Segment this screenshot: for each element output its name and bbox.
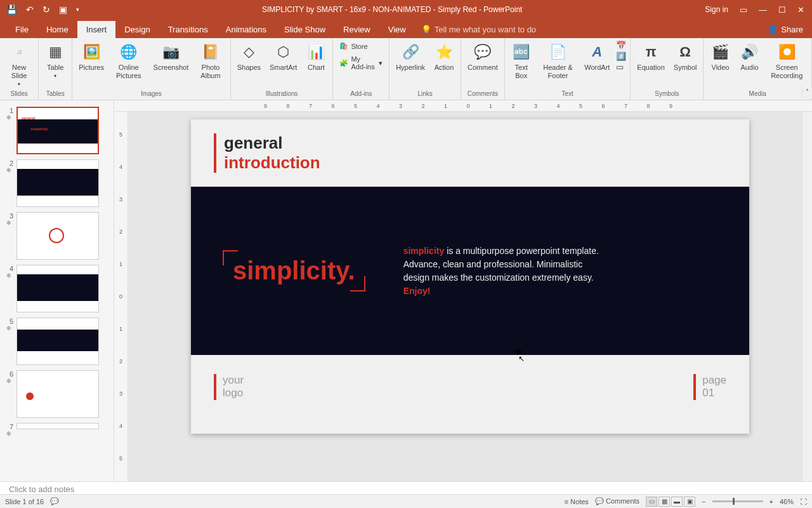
slide-description[interactable]: simplicity is a multipurpose powerpoint … xyxy=(403,244,600,298)
new-slide-icon: ▫️ xyxy=(9,42,29,62)
group-tables: Tables xyxy=(46,89,65,98)
zoom-in-icon[interactable]: + xyxy=(769,498,773,505)
action-button[interactable]: ⭐Action xyxy=(431,41,457,73)
slide-thumbnail-6[interactable] xyxy=(16,370,99,418)
group-addins: Add-ins xyxy=(350,89,372,98)
slide-thumbnail-3[interactable] xyxy=(16,212,99,260)
tab-design[interactable]: Design xyxy=(115,21,159,38)
brand-text[interactable]: simplicity. xyxy=(233,257,355,285)
date-time-icon[interactable]: 📅 xyxy=(616,41,626,50)
my-addins-button[interactable]: 🧩My Add-ins ▾ xyxy=(337,54,385,72)
video-button[interactable]: 🎬Video xyxy=(707,41,733,73)
slide-thumbnail-1[interactable]: general simplicity. xyxy=(16,107,99,154)
footer-page[interactable]: page01 xyxy=(693,374,726,400)
online-pictures-icon: 🌐 xyxy=(119,42,139,62)
normal-view-icon[interactable]: ▭ xyxy=(646,497,657,507)
new-slide-button[interactable]: ▫️New Slide▾ xyxy=(4,41,34,89)
comments-toggle[interactable]: 💬 Comments xyxy=(595,497,639,505)
screen-recording-button[interactable]: ⏺️Screen Recording xyxy=(766,41,808,81)
tell-me-search[interactable]: 💡Tell me what you want to do xyxy=(415,21,542,38)
slide-counter[interactable]: Slide 1 of 16 xyxy=(5,498,44,505)
slideshow-view-icon[interactable]: ▣ xyxy=(684,497,695,507)
slide-canvas-area[interactable]: general introduction simplicity. simplic… xyxy=(128,112,812,481)
table-icon: ▦ xyxy=(45,42,65,62)
spellcheck-icon[interactable]: 💬 xyxy=(50,497,59,505)
group-text: Text xyxy=(561,89,573,98)
maximize-icon[interactable]: ☐ xyxy=(778,5,786,15)
slide-thumbnail-2[interactable] xyxy=(16,159,99,207)
vertical-scrollbar[interactable] xyxy=(802,112,812,481)
wordart-icon: A xyxy=(587,42,607,62)
chart-button[interactable]: 📊Chart xyxy=(303,41,329,73)
shapes-icon: ◇ xyxy=(239,42,259,62)
slide-title-line1[interactable]: general xyxy=(224,133,726,153)
slide-thumbnail-7[interactable] xyxy=(16,423,99,429)
header-footer-button[interactable]: 📄Header & Footer xyxy=(538,41,579,81)
smartart-button[interactable]: ⬡SmartArt xyxy=(267,41,299,73)
save-icon[interactable]: 💾 xyxy=(6,4,17,15)
pictures-icon: 🖼️ xyxy=(81,42,102,62)
store-button[interactable]: 🛍️Store xyxy=(337,41,385,51)
equation-button[interactable]: πEquation xyxy=(634,41,667,73)
fit-to-window-icon[interactable]: ⛶ xyxy=(800,498,807,505)
undo-icon[interactable]: ↶ xyxy=(26,4,34,15)
close-icon[interactable]: ✕ xyxy=(797,5,804,15)
shapes-button[interactable]: ◇Shapes xyxy=(235,41,263,73)
ribbon-collapse-icon[interactable]: ˄ xyxy=(802,88,812,98)
ribbon-options-icon[interactable]: ▭ xyxy=(740,5,747,15)
horizontal-ruler: 9 8 7 6 5 4 3 2 1 0 1 2 3 4 5 6 7 8 9 xyxy=(114,100,812,112)
symbol-button[interactable]: ΩSymbol xyxy=(671,41,700,73)
quick-access-toolbar: 💾 ↶ ↻ ▣ ▾ xyxy=(0,4,79,15)
slide-number-icon[interactable]: #️⃣ xyxy=(616,51,626,61)
share-button[interactable]: 👤Share xyxy=(759,21,812,38)
group-images: Images xyxy=(141,89,162,98)
online-pictures-button[interactable]: 🌐Online Pictures xyxy=(110,41,147,81)
zoom-level[interactable]: 46% xyxy=(780,498,794,505)
hyperlink-button[interactable]: 🔗Hyperlink xyxy=(393,41,428,73)
tab-file[interactable]: File xyxy=(6,21,37,38)
audio-button[interactable]: 🔊Audio xyxy=(737,41,762,73)
slide-thumbnails-panel[interactable]: 1✻ general simplicity. 2✻ 3✻ 4✻ 5✻ 6✻ 7✻ xyxy=(0,100,114,481)
wordart-button[interactable]: AWordArt xyxy=(582,41,612,73)
signin-link[interactable]: Sign in xyxy=(705,5,728,14)
start-from-beginning-icon[interactable]: ▣ xyxy=(59,4,67,15)
lightbulb-icon: 💡 xyxy=(421,25,431,34)
zoom-slider[interactable] xyxy=(712,500,763,502)
minimize-icon[interactable]: — xyxy=(759,5,767,15)
comment-button[interactable]: 💬Comment xyxy=(465,41,501,73)
tab-transitions[interactable]: Transitions xyxy=(159,21,217,38)
reading-view-icon[interactable]: ▬ xyxy=(671,497,683,507)
tab-home[interactable]: Home xyxy=(37,21,77,38)
slide-thumbnail-5[interactable] xyxy=(16,318,99,365)
vertical-ruler: 54321012345 xyxy=(114,112,128,481)
tab-view[interactable]: View xyxy=(379,21,415,38)
group-links: Links xyxy=(417,89,432,98)
tab-review[interactable]: Review xyxy=(334,21,379,38)
pictures-button[interactable]: 🖼️Pictures xyxy=(76,41,107,73)
slide-thumbnail-4[interactable] xyxy=(16,265,99,312)
textbox-button[interactable]: 🔤Text Box xyxy=(509,41,534,81)
tab-insert[interactable]: Insert xyxy=(77,21,116,38)
redo-icon[interactable]: ↻ xyxy=(43,4,50,15)
slide-dark-section[interactable]: simplicity. simplicity is a multipurpose… xyxy=(191,187,749,355)
sorter-view-icon[interactable]: ▦ xyxy=(658,497,670,507)
ribbon-tabs: File Home Insert Design Transitions Anim… xyxy=(0,19,812,38)
slide[interactable]: general introduction simplicity. simplic… xyxy=(191,119,749,434)
group-comments: Comments xyxy=(468,89,498,98)
ribbon: ▫️New Slide▾ Slides ▦Table▾ Tables 🖼️Pic… xyxy=(0,38,812,100)
action-icon: ⭐ xyxy=(434,42,454,62)
tab-slideshow[interactable]: Slide Show xyxy=(275,21,334,38)
zoom-out-icon[interactable]: − xyxy=(702,498,705,505)
header-footer-icon: 📄 xyxy=(547,42,568,62)
photo-album-button[interactable]: 📔Photo Album xyxy=(195,41,226,81)
slide-title-line2[interactable]: introduction xyxy=(224,153,726,173)
group-symbols: Symbols xyxy=(655,89,679,98)
table-button[interactable]: ▦Table▾ xyxy=(43,41,68,81)
status-bar: Slide 1 of 16 💬 ≡ Notes 💬 Comments ▭ ▦ ▬… xyxy=(0,494,812,508)
footer-logo[interactable]: yourlogo xyxy=(214,374,244,400)
screenshot-button[interactable]: 📷Screenshot xyxy=(151,41,192,73)
tab-animations[interactable]: Animations xyxy=(217,21,275,38)
notes-pane[interactable]: Click to add notes xyxy=(0,481,812,494)
object-icon[interactable]: ▭ xyxy=(616,62,626,72)
notes-toggle[interactable]: ≡ Notes xyxy=(565,498,589,505)
